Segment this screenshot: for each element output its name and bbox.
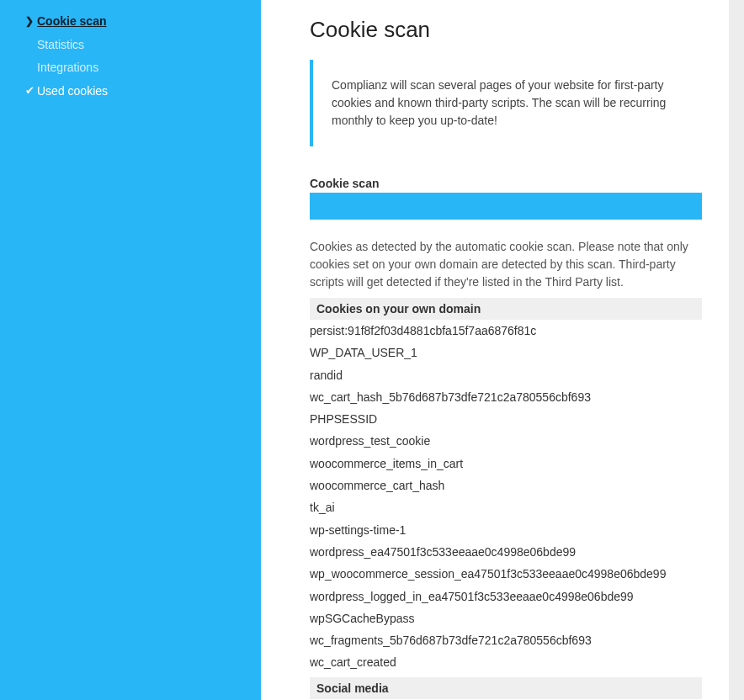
list-item: randid [310,364,702,386]
page-title: Cookie scan [310,17,702,43]
list-item: wp_woocommerce_session_ea47501f3c533eeaa… [310,563,702,585]
sidebar-item-used-cookies[interactable]: ✔ Used cookies [0,80,261,103]
list-item: wc_fragments_5b76d687b73dfe721c2a780556c… [310,629,702,651]
section-label: Cookie scan [310,177,702,190]
sidebar-item-label: Statistics [37,37,246,54]
info-callout: Complianz will scan several pages of you… [310,60,702,146]
list-item: persist:91f8f2f03d4881cbfa15f7aa6876f81c [310,320,702,342]
right-gutter [729,0,744,700]
sidebar-item-label: Cookie scan [37,13,246,30]
sidebar: ❯ Cookie scan Statistics Integrations ✔ … [0,0,261,700]
own-domain-cookie-list: persist:91f8f2f03d4881cbfa15f7aa6876f81c… [310,320,702,674]
list-item: wordpress_logged_in_ea47501f3c533eeaae0c… [310,586,702,607]
sidebar-item-label: Used cookies [37,83,246,100]
help-text: Cookies as detected by the automatic coo… [310,238,702,291]
list-item: wc_cart_created [310,651,702,673]
list-item: woocommerce_items_in_cart [310,453,702,475]
list-item: woocommerce_cart_hash [310,475,702,496]
list-item: WP_DATA_USER_1 [310,342,702,363]
sidebar-item-label: Integrations [37,60,246,77]
list-item: wp-settings-time-1 [310,519,702,541]
list-item: wordpress_ea47501f3c533eeaae0c4998e06bde… [310,541,702,563]
chevron-right-icon: ❯ [24,14,35,29]
group-header-social-media: Social media [310,677,702,699]
list-item: tk_ai [310,496,702,518]
group-header-own-domain: Cookies on your own domain [310,298,702,320]
list-item: PHPSESSID [310,408,702,430]
scan-progress-bar [310,193,702,220]
list-item: wc_cart_hash_5b76d687b73dfe721c2a780556c… [310,386,702,408]
list-item: wordpress_test_cookie [310,430,702,452]
sidebar-item-cookie-scan[interactable]: ❯ Cookie scan [0,10,261,34]
sidebar-item-integrations[interactable]: Integrations [0,56,261,80]
sidebar-item-statistics[interactable]: Statistics [0,34,261,57]
main-content: Cookie scan Complianz will scan several … [261,0,729,700]
list-item: wpSGCacheBypass [310,607,702,629]
check-icon: ✔ [24,83,35,98]
